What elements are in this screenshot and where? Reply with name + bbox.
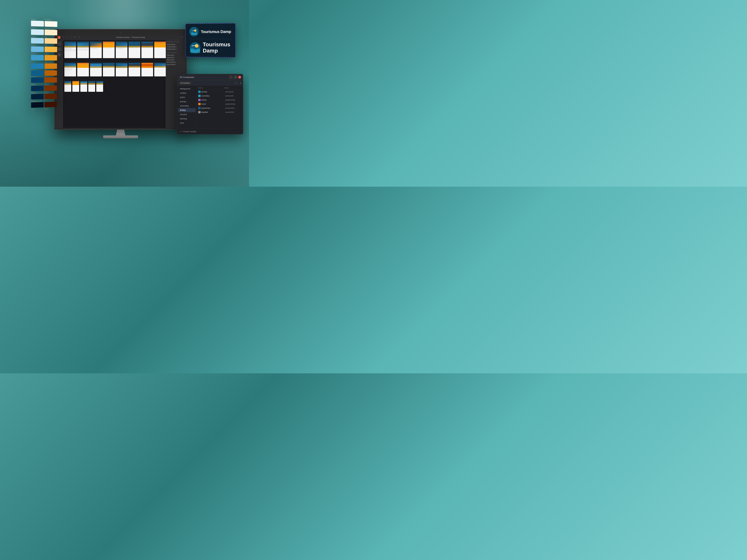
var-row-primary[interactable]: primary primary/25 xyxy=(198,90,242,94)
logo-panel: Tourismus Damp Tourismus Damp xyxy=(185,23,236,58)
var-row-tertiary[interactable]: tertiary gradient/skip xyxy=(198,98,242,102)
var-group-background[interactable]: background xyxy=(178,87,196,91)
palette-row-600: 600 355898 600 C26443.1 xyxy=(31,77,58,85)
swatch-box xyxy=(31,63,44,69)
var-group-tertiary[interactable]: tertiary xyxy=(178,108,196,112)
var-filter-all[interactable]: All variables xyxy=(179,82,191,84)
sidebar-item: Normal Body 2 xyxy=(167,63,184,66)
swatch-primary-700: 700 7035BA xyxy=(31,85,44,94)
sidebar-item: Heading Body 3 xyxy=(167,48,184,50)
swatch-primary-800: 800 Secondary Dark 800 xyxy=(31,94,44,102)
swatch-box xyxy=(31,29,44,35)
toolbar-pen-icon[interactable]: 🖊 xyxy=(74,36,77,39)
var-group-error[interactable]: error xyxy=(178,121,196,125)
swatch-secondary-400: 400 xyxy=(45,63,57,70)
logo-variant-2: Tourismus Damp xyxy=(189,42,231,54)
tablet-thumb-6 xyxy=(129,63,140,76)
var-color-swatch xyxy=(198,99,201,101)
swatch-primary-200: 200 #C4DFE8 xyxy=(31,47,44,55)
var-group-primary[interactable]: primary xyxy=(178,100,196,104)
tourismus-logo-svg xyxy=(190,28,198,35)
panel-title: .S5 Component xyxy=(179,76,194,78)
tablet-thumb-7 xyxy=(141,63,153,76)
swatch-secondary-200: 200 EA2F00 xyxy=(45,47,57,55)
variable-groups-list: background surface action primary second… xyxy=(177,86,197,129)
var-color-swatch xyxy=(198,95,201,97)
swatch-primary-50: 50 F0F5FF xyxy=(31,29,44,38)
panel-close-btn[interactable]: × xyxy=(238,76,241,79)
swatch-box xyxy=(45,47,57,52)
palette-row-200: 200 #C4DFE8 200 EA2F00 xyxy=(31,47,58,55)
col-mode-header: Mode xyxy=(224,87,241,89)
var-group-action[interactable]: action xyxy=(178,95,196,99)
var-mode-value: gradient/skip xyxy=(226,99,241,101)
figma-document-title: Tourismus Damp — Tourismus Damp xyxy=(81,36,180,38)
page-thumb-3 xyxy=(90,42,102,58)
swatch-secondary-50: 50 100 xyxy=(45,30,57,38)
toolbar-frame-icon[interactable]: □ xyxy=(66,36,69,39)
tablet-thumb-1 xyxy=(65,63,76,76)
palette-row-300: 300 300 Orange Papaya xyxy=(31,55,58,63)
var-color-swatch xyxy=(198,111,201,113)
var-group-surface[interactable]: surface xyxy=(178,91,196,95)
variable-items-list: Name Mode primary primary/25 secondary p… xyxy=(197,86,243,129)
var-row-secondary[interactable]: secondary primary/50 xyxy=(198,94,242,98)
monitor: ↖ □ ○ 🖊 T Tourismus Damp — Tourismus Dam… xyxy=(54,29,187,138)
logo-variant-1: Tourismus Damp xyxy=(189,27,231,36)
figma-content-area: ≡ ◫ ⊞ xyxy=(56,40,185,128)
swatch-box xyxy=(45,71,57,76)
page-thumb-4 xyxy=(103,42,114,58)
swatch-primary-100: 100 DCF0F5 xyxy=(31,38,44,46)
logo-divider xyxy=(189,39,231,39)
var-group-secondary[interactable]: secondary xyxy=(178,104,196,108)
toolbar-share-icon[interactable]: ⟳ xyxy=(181,36,184,39)
mobile-thumb-3 xyxy=(80,81,87,92)
swatch-box xyxy=(31,102,44,108)
swatch-secondary-600: 600 C26443.1 xyxy=(45,77,57,85)
sidebar-item: Heading Body xyxy=(167,43,184,46)
var-group-warning[interactable]: warning xyxy=(178,117,196,121)
tourismus-logo-svg-large xyxy=(189,42,201,53)
swatch-box xyxy=(45,21,57,27)
palette-col1-title: Primary xyxy=(31,18,44,20)
var-mode-value: neutral/200 xyxy=(226,111,241,113)
swatch-box xyxy=(31,85,44,91)
var-add-btn[interactable]: + xyxy=(240,81,241,85)
swatch-box xyxy=(45,77,57,83)
var-name-label: tertiary xyxy=(201,99,226,101)
palette-row-50: 50 F0F5FF 50 100 xyxy=(31,29,58,38)
var-row-quarternary[interactable]: quarternary primary/600 xyxy=(198,106,242,110)
sidebar-item: Normal Body 1 xyxy=(167,61,184,63)
swatch-box xyxy=(31,94,44,100)
var-color-swatch xyxy=(198,107,201,109)
add-variable-icon: + xyxy=(179,130,181,133)
sidebar-item: Table Body 3 xyxy=(167,59,184,61)
var-row-brand[interactable]: brand gradient/skip xyxy=(198,102,242,106)
swatch-primary-500: 500 xyxy=(31,71,44,77)
monitor-camera xyxy=(120,32,121,33)
page-thumb-7 xyxy=(141,42,153,58)
panel-options-btn[interactable]: ··· xyxy=(229,75,233,79)
create-variable-row[interactable]: + + Create variable xyxy=(177,129,243,134)
panel-view-btn[interactable]: ⊟ xyxy=(234,75,237,79)
toolbar-shape-icon[interactable]: ○ xyxy=(70,36,73,39)
swatch-box xyxy=(31,77,44,83)
swatch-box xyxy=(31,47,44,52)
toolbar-move-icon[interactable]: ↖ xyxy=(62,36,65,39)
var-group-success[interactable]: success xyxy=(178,112,196,116)
swatch-box xyxy=(45,85,57,91)
toolbar-text-icon[interactable]: T xyxy=(77,36,80,39)
var-mode-value: primary/25 xyxy=(226,91,241,93)
var-color-swatch xyxy=(198,103,201,105)
canvas-row-2 xyxy=(63,61,166,78)
swatch-primary-300: 300 xyxy=(31,55,44,63)
swatch-box xyxy=(44,102,57,107)
var-mode-value: gradient/skip xyxy=(226,103,241,105)
swatch-box xyxy=(45,38,57,44)
var-row-disabled[interactable]: disabled neutral/200 xyxy=(198,110,242,114)
mobile-thumb-5 xyxy=(96,81,103,92)
palette-row-900: 900 030417 900 402707 xyxy=(31,102,58,110)
swatch-box xyxy=(45,55,57,60)
swatch-box xyxy=(44,94,57,99)
sidebar-item: Heading Body 2 xyxy=(167,46,184,48)
